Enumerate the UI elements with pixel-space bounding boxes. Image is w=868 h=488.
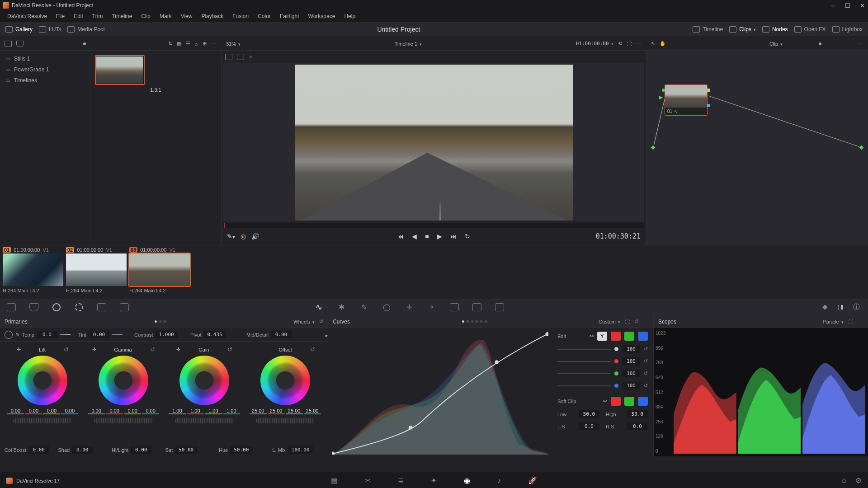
prev-clip-button[interactable]: ⏮	[397, 233, 404, 240]
offset-wheel[interactable]	[260, 356, 310, 405]
node-zoom-dot[interactable]	[819, 42, 821, 45]
menu-edit[interactable]: Edit	[69, 11, 88, 21]
timeline-selector[interactable]: Timeline 1	[395, 41, 422, 47]
offset-reset-icon[interactable]: ↺	[310, 346, 315, 353]
lift-reset-icon[interactable]: ↺	[64, 346, 69, 353]
camera-raw-palette-icon[interactable]	[0, 303, 23, 311]
curves-page-dots[interactable]	[462, 320, 487, 323]
softclip-hs[interactable]: 0.0	[627, 422, 648, 430]
cut-page-icon[interactable]: ✂	[365, 476, 371, 485]
contrast-value[interactable]: 1.000	[156, 331, 178, 338]
nodes-more-icon[interactable]: ⋯	[858, 41, 863, 47]
intensity-r[interactable]: 100	[622, 357, 640, 365]
intensity-g-reset-icon[interactable]: ↺	[644, 371, 648, 376]
mediapool-toggle[interactable]: Media Pool	[67, 26, 104, 33]
menu-timeline[interactable]: Timeline	[107, 11, 137, 21]
media-page-icon[interactable]: ▤	[331, 476, 338, 485]
openfx-toggle[interactable]: Open FX	[794, 26, 826, 33]
curves-expand-icon[interactable]: ⛶	[625, 319, 630, 324]
intensity-g[interactable]: 100	[622, 370, 640, 377]
menu-trim[interactable]: Trim	[88, 11, 108, 21]
expand-icon[interactable]: ⛶	[627, 41, 632, 47]
menu-color[interactable]: Color	[253, 11, 275, 21]
gallery-album-stills[interactable]: ▭Stills 1	[0, 53, 90, 64]
loop-icon[interactable]: ⟲	[618, 41, 622, 47]
viewer-image[interactable]	[295, 65, 573, 221]
hand-icon[interactable]: ✋	[660, 41, 666, 47]
curves-palette-icon[interactable]: ∿	[307, 302, 330, 312]
sizing-palette-icon[interactable]	[488, 303, 511, 311]
warper-palette-icon[interactable]: ✱	[330, 303, 353, 311]
lift-wheel[interactable]	[18, 356, 67, 405]
search-icon[interactable]: ⌕	[195, 41, 198, 47]
clip-thumb-2[interactable]: 0201:00:00:00V1 H.264 Main L4.2	[66, 247, 127, 297]
shad-value[interactable]: 0.00	[72, 446, 93, 454]
lightbox-toggle[interactable]: Lightbox	[832, 26, 863, 33]
rgb-mixer-palette-icon[interactable]	[90, 303, 113, 311]
loop-button[interactable]: ↻	[465, 233, 470, 240]
pointer-icon[interactable]: ↖	[651, 41, 655, 47]
softclip-g-button[interactable]	[624, 397, 634, 406]
picker-white-icon[interactable]	[5, 331, 13, 339]
edit-link-icon[interactable]: ⚯	[590, 333, 594, 339]
picker-black-icon[interactable]: ✎	[15, 332, 19, 338]
colboost-value[interactable]: 0.00	[28, 446, 49, 454]
info-palette-icon[interactable]: ⓘ	[853, 303, 860, 311]
keyframes-palette-icon[interactable]: ◆	[822, 303, 828, 311]
split-icon[interactable]	[237, 54, 244, 60]
window-palette-icon[interactable]: ◯	[375, 303, 398, 311]
curves-reset-icon[interactable]: ↺	[634, 319, 638, 324]
softclip-link-icon[interactable]: ⚯	[603, 399, 607, 404]
menu-fusion[interactable]: Fusion	[228, 11, 253, 21]
gallery-album-timelines[interactable]: ▭Timelines	[0, 75, 90, 86]
home-icon[interactable]: ⌂	[842, 476, 846, 485]
mute-icon[interactable]: 🔊	[251, 233, 259, 240]
gallery-toggle[interactable]: Gallery	[5, 26, 33, 33]
offset-jog[interactable]	[256, 418, 315, 423]
lift-yrgb-icon[interactable]: ✛	[17, 347, 21, 352]
color-match-palette-icon[interactable]	[23, 303, 45, 311]
menu-davinci[interactable]: DaVinci Resolve	[3, 11, 52, 21]
minimize-button[interactable]: ─	[830, 2, 836, 9]
maximize-button[interactable]: ☐	[844, 2, 851, 9]
qualifier-picker-icon[interactable]: ✎▾	[227, 233, 235, 240]
fusion-page-icon[interactable]: ✦	[431, 476, 437, 485]
hue-value[interactable]: 50.00	[230, 446, 252, 454]
softclip-ls[interactable]: 0.0	[579, 422, 599, 430]
clips-toggle[interactable]: Clips	[729, 26, 756, 33]
scopes-mode-dropdown[interactable]: Parade	[823, 319, 844, 324]
more-icon[interactable]: ⋯	[211, 41, 217, 47]
play-button[interactable]: ▶	[437, 233, 442, 240]
pivot-value[interactable]: 0.435	[203, 331, 226, 338]
close-button[interactable]: ✕	[859, 2, 865, 9]
grid-view-icon[interactable]: ▦	[177, 41, 181, 47]
sort-icon[interactable]: ⇅	[168, 41, 172, 47]
panel-layout-icon[interactable]	[5, 41, 12, 47]
unmix-icon[interactable]: ◎	[241, 233, 246, 240]
lmix-value[interactable]: 100.00	[288, 446, 313, 454]
clip-thumb-1[interactable]: 0101:00:00:00V1 H.264 Main L4.2	[3, 247, 63, 297]
corrector-node[interactable]: 01∿	[665, 84, 708, 116]
nodes-toggle[interactable]: Nodes	[762, 26, 788, 33]
intensity-r-reset-icon[interactable]: ↺	[644, 358, 648, 364]
step-back-button[interactable]: ◀	[412, 233, 417, 240]
timeline-toggle[interactable]: Timeline	[693, 26, 723, 33]
zoom-dropdown[interactable]: 31%	[226, 41, 241, 47]
viewer-more-icon[interactable]: ⋯	[636, 41, 642, 47]
primaries-reset-icon[interactable]: ↺	[319, 319, 323, 324]
primaries-palette-icon[interactable]	[45, 303, 68, 311]
clip-thumb-3[interactable]: 0301:00:00:00V1 H.264 Main L4.2	[129, 247, 190, 297]
image-wipe-icon[interactable]	[225, 54, 232, 60]
stop-button[interactable]: ■	[425, 233, 429, 240]
curves-mode-dropdown[interactable]: Custom	[599, 319, 620, 324]
menu-file[interactable]: File	[52, 11, 69, 21]
menu-workspace[interactable]: Workspace	[304, 11, 340, 21]
menu-help[interactable]: Help	[340, 11, 360, 21]
sat-value[interactable]: 50.00	[175, 446, 197, 454]
edit-r-button[interactable]	[611, 332, 621, 341]
edit-g-button[interactable]	[624, 332, 634, 341]
edit-page-icon[interactable]: ≣	[398, 476, 404, 485]
softclip-b-button[interactable]	[638, 397, 648, 406]
menu-clip[interactable]: Clip	[137, 11, 155, 21]
fairlight-page-icon[interactable]: ♪	[497, 477, 501, 485]
